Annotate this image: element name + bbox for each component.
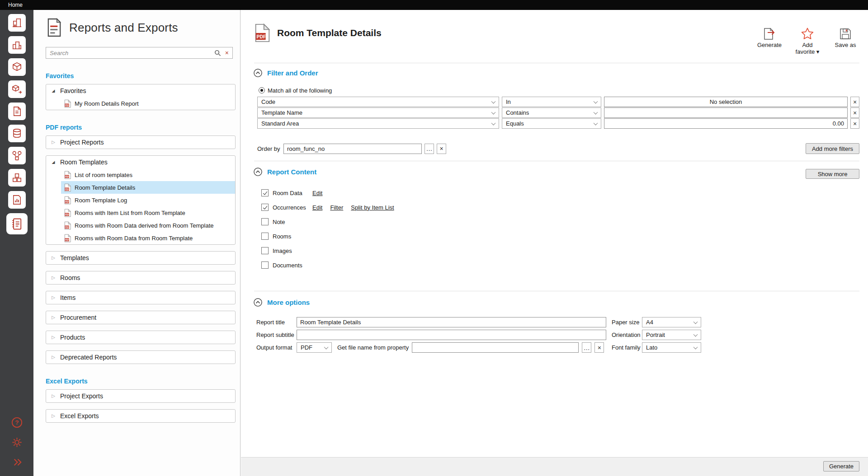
room-data-checkbox[interactable]	[261, 189, 269, 196]
database-icon	[11, 128, 23, 139]
filter-operator-dropdown[interactable]: In	[502, 97, 601, 107]
group-label: Project Exports	[60, 392, 103, 400]
content-section-header: Report Content Show more	[253, 167, 859, 177]
match-all-radio[interactable]	[259, 87, 265, 93]
group-header-excel-exports[interactable]: ▷ Excel Exports	[46, 410, 235, 422]
filter-field-dropdown[interactable]: Standard Area	[257, 118, 499, 129]
file-name-property-input[interactable]	[412, 342, 579, 353]
file-name-property-label: Get file name from property	[337, 344, 409, 351]
remove-filter-button[interactable]: ×	[850, 107, 859, 118]
edit-link[interactable]: Edit	[312, 190, 322, 196]
reports-icon-active[interactable]	[6, 213, 28, 234]
report-item-room-template-details-selected[interactable]: Room Template Details	[61, 181, 235, 194]
paper-size-value: A4	[646, 319, 653, 326]
filter-value-input[interactable]	[604, 107, 848, 118]
collapsed-arrow-icon: ▷	[51, 335, 56, 340]
content-row-room-data: Room Data Edit	[253, 186, 859, 200]
group-rooms: ▷ Rooms	[46, 271, 236, 285]
search-clear-icon[interactable]: ×	[225, 50, 229, 56]
occurrences-checkbox[interactable]	[261, 204, 269, 211]
section-title: Filter and Order	[267, 69, 318, 77]
expand-rail-icon[interactable]	[10, 456, 24, 469]
edit-link[interactable]: Edit	[312, 204, 322, 211]
split-by-item-list-link[interactable]: Split by Item List	[351, 204, 394, 211]
report-item-my-room-details[interactable]: My Room Details Report	[61, 97, 235, 110]
search-icon[interactable]	[214, 50, 221, 56]
report-item-label: Room Template Log	[75, 197, 127, 204]
group-header-favorites[interactable]: ◢ Favorites	[46, 84, 235, 97]
workflow-icon[interactable]	[8, 147, 26, 164]
order-by-clear-button[interactable]: ×	[437, 144, 446, 154]
paper-size-dropdown[interactable]: A4	[642, 317, 701, 327]
report-subtitle-input[interactable]	[297, 330, 606, 340]
filter-value-input[interactable]	[604, 118, 848, 129]
collapse-section-icon[interactable]	[253, 298, 263, 307]
group-header-procurement[interactable]: ▷ Procurement	[46, 311, 235, 324]
group-header-project-exports[interactable]: ▷ Project Exports	[46, 390, 235, 402]
application-window: Home Reports and Exports × Favorites	[0, 0, 868, 476]
group-header-products[interactable]: ▷ Products	[46, 331, 235, 344]
group-header-room-templates[interactable]: ◢ Room Templates	[46, 156, 235, 168]
main-footer-bar: Generate	[241, 457, 868, 476]
collapse-section-icon[interactable]	[253, 167, 263, 177]
generate-button[interactable]: Generate	[823, 461, 859, 471]
filter-operator-dropdown[interactable]: Equals	[502, 118, 601, 129]
group-header-deprecated-reports[interactable]: ▷ Deprecated Reports	[46, 351, 235, 364]
filter-field-dropdown[interactable]: Template Name	[257, 107, 499, 118]
blocks-icon[interactable]	[8, 169, 26, 187]
filter-operator-dropdown[interactable]: Contains	[502, 107, 601, 118]
documents-checkbox[interactable]	[261, 261, 269, 269]
file-name-clear-button[interactable]: ×	[594, 342, 604, 353]
report-title-input[interactable]	[297, 317, 606, 327]
note-checkbox[interactable]	[261, 218, 269, 225]
report-item-room-template-log[interactable]: Room Template Log	[61, 194, 235, 206]
report-title-label: Report title	[256, 319, 297, 326]
report-item-label: Rooms with Room Data derived from Room T…	[75, 222, 214, 229]
group-header-project-reports[interactable]: ▷ Project Reports	[46, 136, 235, 149]
report-item-rooms-item-list[interactable]: Rooms with Item List from Room Template	[61, 206, 235, 219]
chart-document-icon[interactable]	[8, 191, 26, 209]
content-row-documents: Documents	[253, 258, 859, 272]
add-favorite-button[interactable]: Add favorite ▾	[794, 27, 821, 56]
filter-field-value: Standard Area	[261, 120, 299, 127]
building-icon[interactable]	[8, 14, 26, 32]
home-menu[interactable]: Home	[8, 2, 23, 8]
generate-toolbar-button[interactable]: Generate	[756, 27, 783, 49]
group-header-templates[interactable]: ▷ Templates	[46, 252, 235, 264]
filter-value-input[interactable]	[604, 97, 848, 107]
group-header-items[interactable]: ▷ Items	[46, 291, 235, 304]
package-arrow-icon[interactable]	[8, 80, 26, 98]
database-icon[interactable]	[8, 125, 26, 142]
report-item-rooms-room-data-derived[interactable]: Rooms with Room Data derived from Room T…	[61, 219, 235, 232]
order-by-input[interactable]	[283, 144, 422, 154]
filter-link[interactable]: Filter	[330, 204, 343, 211]
filter-field-value: Code	[261, 98, 275, 105]
add-more-filters-button[interactable]: Add more filters	[806, 143, 859, 154]
report-item-list-of-room-templates[interactable]: List of room templates	[61, 168, 235, 181]
font-family-dropdown[interactable]: Lato	[642, 342, 701, 353]
pdf-report-icon	[64, 183, 71, 192]
group-label: Room Templates	[60, 159, 108, 166]
package-icon[interactable]	[8, 58, 26, 76]
file-name-browse-button[interactable]: …	[582, 342, 591, 353]
remove-filter-button[interactable]: ×	[850, 118, 859, 129]
report-item-rooms-room-data[interactable]: Rooms with Room Data from Room Template	[61, 232, 235, 244]
help-icon[interactable]	[10, 416, 24, 429]
order-by-browse-button[interactable]: …	[425, 144, 434, 154]
save-as-button[interactable]: Save as	[832, 27, 859, 49]
document-icon[interactable]	[8, 103, 26, 120]
images-checkbox[interactable]	[261, 247, 269, 254]
show-more-button[interactable]: Show more	[806, 169, 859, 179]
remove-filter-button[interactable]: ×	[850, 97, 859, 107]
orientation-dropdown[interactable]: Portrait	[642, 330, 701, 340]
search-input[interactable]	[50, 50, 210, 56]
filter-field-dropdown[interactable]: Code	[257, 97, 499, 107]
buildings-icon[interactable]	[8, 36, 26, 54]
rooms-checkbox[interactable]	[261, 233, 269, 240]
collapse-section-icon[interactable]	[253, 68, 263, 78]
group-header-rooms[interactable]: ▷ Rooms	[46, 271, 235, 284]
content-checkbox-list: Room Data Edit Occurrences Edit Filter S…	[253, 186, 859, 272]
output-format-dropdown[interactable]: PDF	[297, 342, 332, 353]
content-row-note: Note	[253, 215, 859, 229]
settings-gear-icon[interactable]	[10, 436, 24, 449]
